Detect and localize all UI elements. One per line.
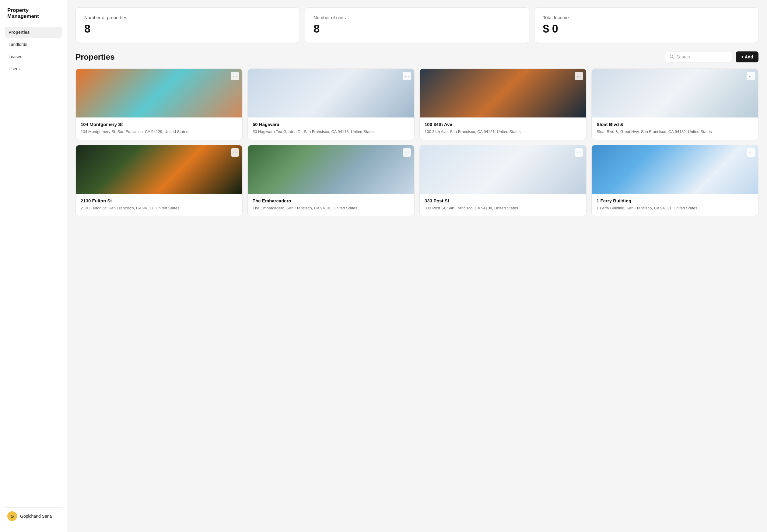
property-card-prop-6[interactable]: ··· The Embarcadero The Embarcadero, San…	[247, 145, 415, 216]
property-address: 2130 Fulton St, San Francisco, CA 94117,…	[81, 205, 237, 211]
property-card-prop-7[interactable]: ··· 333 Post St 333 Post St, San Francis…	[419, 145, 587, 216]
property-image	[76, 145, 242, 194]
property-menu-button[interactable]: ···	[575, 148, 583, 157]
property-name: 2130 Fulton St	[81, 198, 237, 203]
property-address: Sloat Blvd &, Great Hwy, San Francisco, …	[597, 129, 753, 135]
app-title: Property Management	[5, 7, 62, 19]
property-name: 50 Hagiwara	[253, 122, 409, 127]
stat-card-total-income: Total Income $ 0	[534, 7, 758, 43]
property-address: 333 Post St, San Francisco, CA 94108, Un…	[425, 205, 581, 211]
property-image	[248, 145, 414, 194]
property-image	[420, 145, 586, 194]
property-menu-button[interactable]: ···	[231, 72, 239, 80]
property-menu-button[interactable]: ···	[403, 148, 411, 157]
section-title: Properties	[75, 52, 115, 62]
property-address: The Embarcadero, San Francisco, CA 94133…	[253, 205, 409, 211]
property-menu-button[interactable]: ···	[403, 72, 411, 80]
stat-label: Number of properties	[84, 15, 291, 20]
stat-card-num-properties: Number of properties 8	[75, 7, 300, 43]
property-menu-button[interactable]: ···	[747, 72, 755, 80]
property-card-prop-5[interactable]: ··· 2130 Fulton St 2130 Fulton St, San F…	[75, 145, 243, 216]
sidebar-item-landlords[interactable]: Landlords	[5, 39, 62, 50]
search-box	[665, 52, 732, 62]
property-info: The Embarcadero The Embarcadero, San Fra…	[248, 194, 414, 216]
property-image-container: ···	[76, 145, 242, 194]
property-menu-button[interactable]: ···	[747, 148, 755, 157]
avatar: G	[7, 511, 17, 521]
property-name: 333 Post St	[425, 198, 581, 203]
property-name: Sloat Blvd &	[597, 122, 753, 127]
property-image-container: ···	[592, 145, 758, 194]
property-image-container: ···	[592, 69, 758, 117]
property-address: 1 Ferry Building, San Francisco, CA 9411…	[597, 205, 753, 211]
add-property-button[interactable]: + Add	[736, 51, 758, 62]
sidebar-item-users[interactable]: Users	[5, 63, 62, 74]
property-card-prop-3[interactable]: ··· 100 34th Ave 100 34th Ave, San Franc…	[419, 68, 587, 140]
main-content: Number of properties 8 Number of units 8…	[67, 0, 767, 532]
property-name: The Embarcadero	[253, 198, 409, 203]
property-name: 104 Montgomery St	[81, 122, 237, 127]
property-address: 100 34th Ave, San Francisco, CA 94121, U…	[425, 129, 581, 135]
stat-value: $ 0	[543, 23, 750, 35]
search-icon	[670, 54, 674, 60]
property-info: 100 34th Ave 100 34th Ave, San Francisco…	[420, 117, 586, 140]
search-input[interactable]	[676, 54, 727, 59]
property-info: Sloat Blvd & Sloat Blvd &, Great Hwy, Sa…	[592, 117, 758, 140]
stat-label: Total Income	[543, 15, 750, 20]
property-info: 104 Montgomery St 104 Montgomery St, San…	[76, 117, 242, 140]
property-image-container: ···	[248, 69, 414, 117]
property-image-container: ···	[420, 145, 586, 194]
stat-value: 8	[84, 23, 291, 35]
stat-label: Number of units	[313, 15, 520, 20]
property-name: 1 Ferry Building	[597, 198, 753, 203]
property-image	[592, 69, 758, 117]
header-right: + Add	[665, 51, 758, 62]
sidebar: Property Management Properties Landlords…	[0, 0, 67, 532]
property-menu-button[interactable]: ···	[231, 148, 239, 157]
properties-grid: ··· 104 Montgomery St 104 Montgomery St,…	[75, 68, 758, 216]
user-name: Gopichand Sana	[20, 514, 52, 519]
property-menu-button[interactable]: ···	[575, 72, 583, 80]
stats-row: Number of properties 8 Number of units 8…	[75, 7, 758, 43]
property-card-prop-4[interactable]: ··· Sloat Blvd & Sloat Blvd &, Great Hwy…	[591, 68, 758, 140]
sidebar-footer: G Gopichand Sana	[5, 507, 62, 525]
property-info: 1 Ferry Building 1 Ferry Building, San F…	[592, 194, 758, 216]
property-card-prop-8[interactable]: ··· 1 Ferry Building 1 Ferry Building, S…	[591, 145, 758, 216]
property-image-container: ···	[248, 145, 414, 194]
property-address: 50 Hagiwara Tea Garden Dr, San Francisco…	[253, 129, 409, 135]
property-image-container: ···	[76, 69, 242, 117]
property-image	[248, 69, 414, 117]
sidebar-nav: Properties Landlords Leases Users	[5, 27, 62, 502]
sidebar-item-leases[interactable]: Leases	[5, 51, 62, 62]
property-image-container: ···	[420, 69, 586, 117]
property-card-prop-2[interactable]: ··· 50 Hagiwara 50 Hagiwara Tea Garden D…	[247, 68, 415, 140]
stat-card-num-units: Number of units 8	[305, 7, 529, 43]
property-info: 333 Post St 333 Post St, San Francisco, …	[420, 194, 586, 216]
property-image	[420, 69, 586, 117]
property-image	[592, 145, 758, 194]
sidebar-item-properties[interactable]: Properties	[5, 27, 62, 38]
property-name: 100 34th Ave	[425, 122, 581, 127]
property-info: 2130 Fulton St 2130 Fulton St, San Franc…	[76, 194, 242, 216]
property-address: 104 Montgomery St, San Francisco, CA 941…	[81, 129, 237, 135]
properties-section-header: Properties + Add	[75, 51, 758, 62]
property-card-prop-1[interactable]: ··· 104 Montgomery St 104 Montgomery St,…	[75, 68, 243, 140]
stat-value: 8	[313, 23, 520, 35]
property-info: 50 Hagiwara 50 Hagiwara Tea Garden Dr, S…	[248, 117, 414, 140]
svg-line-1	[673, 57, 674, 58]
property-image	[76, 69, 242, 117]
